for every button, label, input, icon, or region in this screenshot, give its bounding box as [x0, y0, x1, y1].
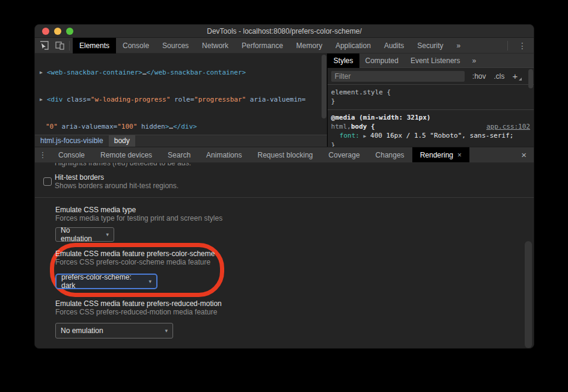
- drawer-tab-request-blocking[interactable]: Request blocking: [249, 147, 320, 162]
- dom-node-loading-progress[interactable]: ▶<div class="w-loading-progress" role="p…: [40, 95, 327, 104]
- dom-tree-pane: ▶<web-snackbar-container>…</web-snackbar…: [35, 54, 328, 147]
- tab-audits[interactable]: Audits: [377, 38, 411, 54]
- styles-filter-input[interactable]: [331, 71, 465, 82]
- tab-network[interactable]: Network: [195, 38, 235, 54]
- chevron-down-icon: ▾: [160, 328, 168, 334]
- new-style-rule-button[interactable]: +: [513, 71, 522, 81]
- desktop-background: DevTools - localhost:8080/prefers-color-…: [0, 0, 568, 392]
- devtools-menu-icon[interactable]: ⋮: [511, 41, 534, 51]
- drawer-tab-changes[interactable]: Changes: [368, 147, 412, 162]
- media-type-description: Forces media type for testing print and …: [55, 214, 222, 222]
- tab-sources[interactable]: Sources: [156, 38, 195, 54]
- css-property-name[interactable]: font:: [340, 132, 359, 139]
- twisty-icon[interactable]: ▶: [40, 95, 47, 104]
- toggle-classes-button[interactable]: .cls: [494, 72, 505, 81]
- tab-application[interactable]: Application: [329, 38, 377, 54]
- prefers-color-scheme-title: Emulate CSS media feature prefers-color-…: [55, 250, 215, 258]
- tab-event-listeners[interactable]: Event Listeners: [405, 54, 466, 68]
- tab-performance[interactable]: Performance: [235, 38, 290, 54]
- breadcrumb-html[interactable]: html.js-focus-visible: [35, 135, 109, 147]
- dom-node-web-snackbar-container[interactable]: ▶<web-snackbar-container>…</web-snackbar…: [40, 68, 327, 77]
- drawer-tab-animations[interactable]: Animations: [198, 147, 249, 162]
- drawer-tab-console[interactable]: Console: [50, 147, 93, 162]
- tab-security[interactable]: Security: [411, 38, 450, 54]
- titlebar[interactable]: DevTools - localhost:8080/prefers-color-…: [35, 25, 534, 38]
- twisty-icon[interactable]: ▶: [40, 68, 47, 77]
- element-style-rule[interactable]: element.style { }: [328, 85, 534, 110]
- drawer-tab-coverage[interactable]: Coverage: [321, 147, 368, 162]
- tab-styles[interactable]: Styles: [328, 54, 359, 68]
- media-rule[interactable]: @media (min-width: 321px) html, body { a…: [328, 110, 534, 147]
- drawer-menu-icon[interactable]: ⋮: [35, 147, 50, 162]
- prefers-color-scheme-description: Forces CSS prefers-color-scheme media fe…: [55, 258, 210, 266]
- media-type-title: Emulate CSS media type: [55, 206, 136, 214]
- prefers-reduced-motion-description: Forces CSS prefers-reduced-motion media …: [55, 308, 217, 316]
- drawer-tab-rendering[interactable]: Rendering ×: [412, 147, 469, 162]
- breadcrumb: html.js-focus-visible body: [35, 135, 327, 147]
- close-rendering-tab-icon[interactable]: ×: [457, 151, 462, 159]
- chevron-down-icon: ▾: [144, 278, 151, 284]
- tab-elements[interactable]: Elements: [73, 38, 116, 54]
- media-type-select[interactable]: No emulation ▾: [55, 227, 114, 242]
- more-sidebar-tabs-button[interactable]: »: [466, 54, 483, 68]
- hit-test-borders-title: Hit-test borders: [55, 173, 104, 182]
- window-title: DevTools - localhost:8080/prefers-color-…: [35, 25, 534, 38]
- elements-panel: ▶<web-snackbar-container>…</web-snackbar…: [35, 54, 534, 147]
- main-toolbar: Elements Console Sources Network Perform…: [35, 38, 534, 54]
- styles-sidebar: Styles Computed Event Listeners » :hov .…: [328, 54, 534, 147]
- breadcrumb-body[interactable]: body: [109, 135, 135, 147]
- dom-tree-scrollbar[interactable]: [322, 55, 326, 118]
- chevron-down-icon: ▾: [101, 231, 109, 237]
- stylesheet-link[interactable]: app.css:102: [486, 122, 530, 131]
- styles-scrollbar[interactable]: [528, 69, 533, 88]
- tab-computed[interactable]: Computed: [359, 54, 405, 68]
- rendering-scrollbar[interactable]: [525, 241, 532, 348]
- close-window-button[interactable]: [42, 28, 49, 35]
- close-drawer-icon[interactable]: ×: [514, 147, 534, 162]
- drawer-tab-remote-devices[interactable]: Remote devices: [93, 147, 160, 162]
- hit-test-borders-checkbox[interactable]: [43, 177, 52, 186]
- prefers-reduced-motion-select[interactable]: No emulation ▾: [55, 323, 173, 338]
- toggle-hover-button[interactable]: :hov: [472, 72, 486, 81]
- inspect-element-icon[interactable]: [37, 40, 50, 52]
- tab-memory[interactable]: Memory: [290, 38, 329, 54]
- rendering-panel: Highlights frames (red) detected to be a…: [35, 163, 534, 349]
- prefers-color-scheme-select[interactable]: prefers-color-scheme: dark ▾: [55, 274, 157, 289]
- css-property-value[interactable]: 400 16px / 1.5 "Roboto", sans-serif;: [370, 132, 513, 139]
- dom-node-loading-progress-wrap[interactable]: "0" aria-valuemax="100" hidden>…</div>: [40, 122, 327, 131]
- hit-test-borders-description: Shows borders around hit-test regions.: [55, 182, 179, 190]
- styles-filter-row: :hov .cls +: [328, 68, 534, 85]
- twisty-icon[interactable]: ▶: [364, 133, 367, 139]
- prefers-reduced-motion-title: Emulate CSS media feature prefers-reduce…: [55, 299, 222, 308]
- minimize-window-button[interactable]: [54, 28, 61, 35]
- ads-highlight-description: Highlights frames (red) detected to be a…: [55, 163, 191, 167]
- toolbar-separator: [69, 41, 70, 51]
- zoom-window-button[interactable]: [66, 28, 73, 35]
- styles-tab-bar: Styles Computed Event Listeners »: [328, 54, 534, 68]
- drawer-tab-search[interactable]: Search: [160, 147, 198, 162]
- more-tabs-button[interactable]: »: [450, 38, 468, 54]
- drawer-tab-bar: ⋮ Console Remote devices Search Animatio…: [35, 147, 534, 163]
- devtools-window: DevTools - localhost:8080/prefers-color-…: [34, 24, 534, 349]
- section-divider: [35, 197, 534, 198]
- device-toolbar-icon[interactable]: [53, 40, 66, 52]
- dom-tree: ▶<web-snackbar-container>…</web-snackbar…: [35, 54, 327, 135]
- tab-console[interactable]: Console: [116, 38, 156, 54]
- toolbar-separator: [507, 41, 508, 51]
- media-query: @media (min-width: 321px): [331, 113, 530, 122]
